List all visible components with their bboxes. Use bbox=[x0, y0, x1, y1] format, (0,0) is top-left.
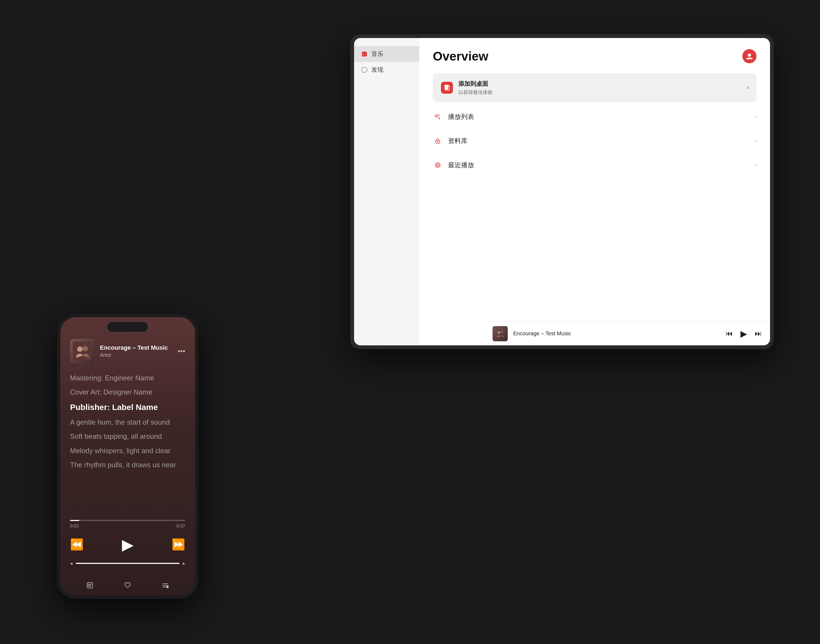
song-title: Encourage – Test Music bbox=[100, 344, 172, 351]
phone-notch bbox=[107, 322, 148, 332]
remaining-time: -0:37 bbox=[175, 524, 185, 529]
now-playing-title: Encourage – Test Music bbox=[513, 330, 720, 337]
recent-icon bbox=[433, 160, 443, 170]
tablet-now-playing-bar: Encourage – Test Music ⏮ ▶ ⏭ bbox=[484, 322, 770, 345]
sidebar-item-music[interactable]: ♪ 音乐 bbox=[354, 46, 419, 62]
phone-bottom-bar bbox=[60, 579, 195, 596]
sidebar-discover-label: 发现 bbox=[371, 66, 383, 74]
tablet-rewind-button[interactable]: ⏮ bbox=[726, 329, 733, 338]
scene: ♪ 音乐 发现 Overview bbox=[30, 23, 790, 621]
phone-screen: Encourage – Test Music Artist ••• Master… bbox=[60, 317, 195, 596]
playlist-chevron: › bbox=[754, 113, 756, 120]
music-icon: ♪ bbox=[360, 50, 368, 58]
library-chevron: › bbox=[754, 137, 756, 144]
recent-label: 最近播放 bbox=[448, 161, 749, 169]
playback-controls: ⏪ ▶ ⏩ bbox=[70, 531, 185, 558]
rewind-button[interactable]: ⏪ bbox=[70, 538, 84, 551]
menu-item-recent[interactable]: 最近播放 › bbox=[433, 153, 756, 177]
tablet-forward-button[interactable]: ⏭ bbox=[755, 329, 762, 338]
lyric-3: A gentle hum, the start of sound bbox=[70, 415, 185, 429]
library-label: 资料库 bbox=[448, 136, 749, 145]
svg-point-11 bbox=[77, 347, 83, 352]
sidebar-item-discover[interactable]: 发现 bbox=[354, 62, 419, 78]
menu-item-playlist[interactable]: 播放列表 › bbox=[433, 105, 756, 129]
playlist-label: 播放列表 bbox=[448, 112, 749, 121]
banner-close-button[interactable]: × bbox=[746, 84, 750, 91]
tablet-screen: ♪ 音乐 发现 Overview bbox=[354, 38, 770, 345]
svg-point-12 bbox=[83, 346, 88, 351]
queue-button[interactable] bbox=[162, 581, 169, 589]
tablet-main: Overview bbox=[419, 38, 770, 345]
svg-point-3 bbox=[748, 54, 751, 57]
svg-point-14 bbox=[166, 586, 169, 588]
volume-bar[interactable] bbox=[76, 563, 179, 564]
banner-subtitle: 以获得最佳体验 bbox=[458, 89, 492, 95]
progress-fill bbox=[70, 520, 79, 521]
song-info: Encourage – Test Music Artist bbox=[100, 344, 172, 358]
lyrics-button[interactable] bbox=[86, 581, 93, 589]
album-art bbox=[70, 339, 95, 363]
lyric-5: Melody whispers, light and clear bbox=[70, 444, 185, 458]
tablet-frame: ♪ 音乐 发现 Overview bbox=[350, 34, 774, 349]
banner-title: 添加到桌面 bbox=[458, 80, 492, 88]
tablet-sidebar: ♪ 音乐 发现 bbox=[354, 38, 419, 345]
song-artist: Artist bbox=[100, 353, 172, 358]
progress-times: 0:03 -0:37 bbox=[70, 524, 185, 529]
volume-min-icon: ◂ bbox=[70, 560, 72, 566]
page-title: Overview bbox=[433, 49, 489, 63]
phone-content: Encourage – Test Music Artist ••• Master… bbox=[60, 317, 195, 579]
discover-icon bbox=[360, 66, 368, 74]
song-header: Encourage – Test Music Artist ••• bbox=[70, 339, 185, 363]
lyric-1: Cover Art: Designer Name bbox=[70, 385, 185, 399]
sidebar-music-label: 音乐 bbox=[371, 50, 383, 58]
progress-section: 0:03 -0:37 bbox=[70, 515, 185, 531]
add-home-icon bbox=[441, 82, 453, 94]
svg-point-7 bbox=[437, 164, 438, 166]
progress-bar[interactable] bbox=[70, 520, 185, 521]
now-playing-thumbnail bbox=[492, 326, 508, 341]
lyric-2: Publisher: Label Name bbox=[70, 399, 185, 415]
lyrics-section: Mastering: Engineer Name Cover Art: Desi… bbox=[70, 371, 185, 515]
current-time: 0:03 bbox=[70, 524, 78, 529]
library-icon bbox=[433, 136, 443, 146]
banner-text: 添加到桌面 以获得最佳体验 bbox=[458, 80, 492, 95]
fast-forward-button[interactable]: ⏩ bbox=[172, 538, 185, 551]
volume-max-icon: ▸ bbox=[183, 560, 185, 566]
svg-point-9 bbox=[500, 331, 503, 333]
tablet-header: Overview bbox=[433, 49, 756, 63]
tablet-playback-controls: ⏮ ▶ ⏭ bbox=[726, 328, 762, 339]
more-options-button[interactable]: ••• bbox=[178, 347, 185, 356]
svg-text:♪: ♪ bbox=[363, 52, 365, 56]
play-button[interactable]: ▶ bbox=[122, 536, 133, 553]
svg-point-8 bbox=[497, 331, 500, 334]
svg-point-2 bbox=[362, 67, 367, 72]
lyric-4: Soft beats tapping, all around bbox=[70, 429, 185, 443]
tablet-play-button[interactable]: ▶ bbox=[740, 328, 747, 339]
playlist-icon bbox=[433, 112, 443, 122]
user-avatar[interactable] bbox=[742, 49, 756, 63]
volume-knob bbox=[178, 563, 179, 564]
volume-section: ◂ ▸ bbox=[70, 558, 185, 571]
recent-chevron: › bbox=[754, 161, 756, 169]
now-playing-info: Encourage – Test Music bbox=[513, 330, 720, 337]
lyric-6: The rhythm pulls, it draws us near bbox=[70, 458, 185, 472]
lyric-0: Mastering: Engineer Name bbox=[70, 371, 185, 385]
svg-rect-4 bbox=[444, 85, 448, 90]
menu-item-library[interactable]: 资料库 › bbox=[433, 129, 756, 153]
add-to-home-banner: 添加到桌面 以获得最佳体验 × bbox=[433, 73, 756, 102]
phone-frame: Encourage – Test Music Artist ••• Master… bbox=[57, 314, 198, 599]
like-button[interactable] bbox=[124, 581, 132, 589]
